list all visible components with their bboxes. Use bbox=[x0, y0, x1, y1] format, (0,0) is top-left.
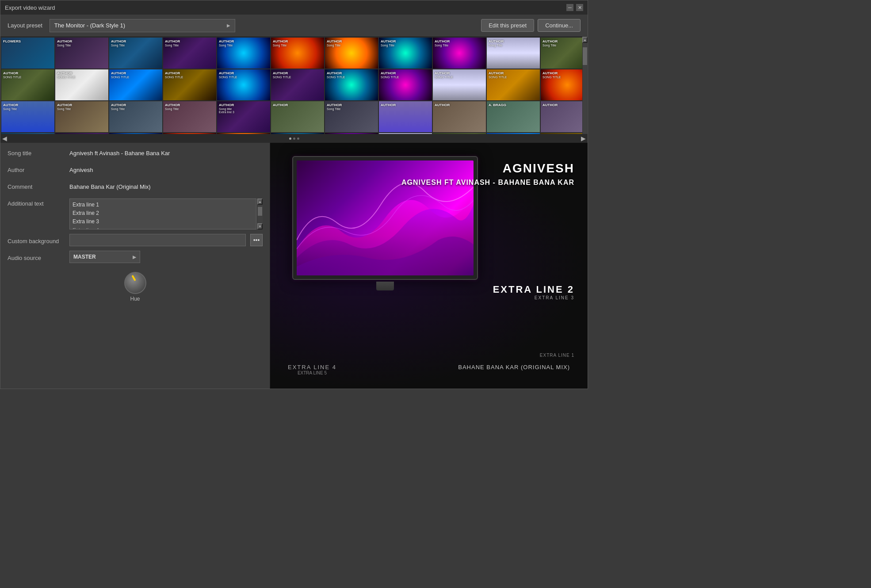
custom-bg-label: Custom background bbox=[8, 236, 65, 244]
monitor-stand-base bbox=[376, 282, 394, 290]
author-value: Agnivesh bbox=[69, 165, 263, 173]
header-buttons: Edit this preset Continue... bbox=[481, 19, 581, 32]
chevron-right-icon: ▶ bbox=[227, 23, 230, 28]
preview-bottom-text-overlay: EXTRA LINE 4 EXTRA LINE 5 BAHANE BANA KA… bbox=[270, 364, 588, 375]
hue-knob-indicator bbox=[131, 275, 136, 281]
author-row: Author Agnivesh bbox=[8, 165, 263, 177]
text-scroll-up-button[interactable]: ▲ bbox=[257, 199, 263, 205]
custom-bg-row: Custom background ••• bbox=[8, 234, 263, 246]
thumbnail-row-3: Author Song Title Author Song Title Auth… bbox=[1, 101, 587, 132]
hue-control: Hue bbox=[8, 272, 263, 302]
additional-text-label: Additional text bbox=[8, 199, 65, 207]
minimize-button[interactable]: ─ bbox=[566, 4, 573, 11]
preview-text-overlay: AGNIVESH AGNIVESH FT AVINASH - BAHANE BA… bbox=[401, 160, 574, 187]
audio-source-label: Audio source bbox=[8, 253, 65, 261]
thumbnail-34[interactable]: A. Bragg bbox=[487, 101, 540, 132]
thumbnail-10[interactable]: Author Song Title bbox=[487, 38, 540, 69]
window-title: Export video wizard bbox=[5, 4, 55, 11]
thumbnail-22[interactable]: AUTHOR SONG TITLE bbox=[487, 69, 540, 100]
text-scroll-track bbox=[257, 205, 263, 223]
text-scroll-down-button[interactable]: ▼ bbox=[257, 223, 263, 229]
thumbnail-9[interactable]: Author Song Title bbox=[433, 38, 486, 69]
audio-source-dropdown[interactable]: MASTER ▶ bbox=[69, 251, 140, 263]
song-title-label: Song title bbox=[8, 148, 65, 157]
header-row: Layout preset The Monitor - (Dark Style … bbox=[0, 15, 588, 37]
continue-button[interactable]: Continue... bbox=[538, 19, 581, 32]
nav-dot-1 bbox=[289, 137, 291, 140]
close-button[interactable]: ✕ bbox=[576, 4, 583, 11]
thumbnail-6[interactable]: Author Song Title bbox=[271, 38, 324, 69]
preview-comment-overlay: BAHANE BANA KAR (ORIGINAL MIX) bbox=[458, 364, 570, 375]
thumbnail-15[interactable]: AUTHOR SONG TITLE bbox=[109, 69, 162, 100]
nav-dot-2 bbox=[293, 137, 295, 140]
thumbnail-28[interactable]: Author Song Title bbox=[163, 101, 216, 132]
preview-panel: AGNIVESH AGNIVESH FT AVINASH - BAHANE BA… bbox=[270, 143, 588, 389]
text-scrollbar: ▲ ▼ bbox=[257, 199, 263, 229]
edit-preset-button[interactable]: Edit this preset bbox=[481, 19, 534, 32]
thumbnail-5[interactable]: Author Song Title bbox=[217, 38, 270, 69]
thumbnail-16[interactable]: AUTHOR SONG TITLE bbox=[163, 69, 216, 100]
nav-dot-3 bbox=[297, 137, 299, 140]
thumbnail-23[interactable]: AUTHOR SONG TITLE bbox=[541, 69, 588, 100]
text-scroll-thumb[interactable] bbox=[258, 207, 262, 216]
layout-preset-label: Layout preset bbox=[8, 22, 42, 29]
audio-source-row: Audio source MASTER ▶ bbox=[8, 251, 263, 263]
extra-line-1: Extra line 1 bbox=[73, 201, 253, 209]
thumbnail-4[interactable]: Author Song Title bbox=[163, 38, 216, 69]
thumbnail-31[interactable]: Author Song Title bbox=[325, 101, 378, 132]
preview-author-text: AGNIVESH bbox=[401, 160, 574, 176]
audio-dropdown-arrow-icon: ▶ bbox=[133, 255, 136, 260]
thumbnail-20[interactable]: AUTHOR SONG TITLE bbox=[379, 69, 432, 100]
left-panel: Song title Agnivesh ft Avinash - Bahane … bbox=[0, 143, 270, 389]
title-bar: Export video wizard ─ ✕ bbox=[0, 0, 588, 15]
thumbnail-21[interactable]: AUTHOR SONG TITLE bbox=[433, 69, 486, 100]
additional-text-input[interactable]: Extra line 1 Extra line 2 Extra line 3 E… bbox=[69, 199, 256, 229]
thumbnail-nav: ◀ ▶ bbox=[0, 134, 588, 143]
thumbnail-row-1: Flowers Author Song Title Author Song Ti… bbox=[1, 38, 587, 69]
hue-knob[interactable] bbox=[124, 272, 146, 294]
preview-extra4-overlay: EXTRA LINE 4 EXTRA LINE 5 bbox=[288, 364, 336, 375]
title-bar-buttons: ─ ✕ bbox=[566, 4, 583, 11]
comment-label: Comment bbox=[8, 182, 65, 190]
extra-line-3-preview: EXTRA LINE 3 bbox=[493, 295, 574, 300]
preview-extra2-overlay: EXTRA LINE 2 EXTRA LINE 3 bbox=[493, 284, 574, 300]
main-window: Export video wizard ─ ✕ Layout preset Th… bbox=[0, 0, 588, 389]
thumbnail-19[interactable]: AUTHOR SONG TITLE bbox=[325, 69, 378, 100]
extra-line-1-preview: EXTRA LINE 1 bbox=[540, 353, 574, 358]
thumbnail-30[interactable]: Author bbox=[271, 101, 324, 132]
thumbnail-35[interactable]: Author bbox=[541, 101, 588, 132]
scroll-thumb[interactable] bbox=[583, 47, 587, 65]
thumbnail-18[interactable]: AUTHOR SONG TITLE bbox=[271, 69, 324, 100]
thumbnail-13[interactable]: AUTHOR SONG TITLE bbox=[1, 69, 54, 100]
audio-source-value: MASTER bbox=[73, 254, 96, 260]
thumbnail-14[interactable]: AUTHOR SONG TITLE bbox=[55, 69, 108, 100]
thumbnail-32[interactable]: Author bbox=[379, 101, 432, 132]
next-page-button[interactable]: ▶ bbox=[581, 135, 586, 142]
thumbnail-3[interactable]: Author Song Title bbox=[109, 38, 162, 69]
author-label: Author bbox=[8, 165, 65, 173]
additional-text-area: Extra line 1 Extra line 2 Extra line 3 E… bbox=[69, 199, 263, 229]
thumbnail-1[interactable]: Flowers bbox=[1, 38, 54, 69]
thumbnail-7[interactable]: Author Song Title bbox=[325, 38, 378, 69]
prev-page-button[interactable]: ◀ bbox=[2, 135, 7, 142]
thumbnail-8[interactable]: Author Song Title bbox=[379, 38, 432, 69]
hue-label: Hue bbox=[130, 296, 140, 302]
thumbnail-25[interactable]: Author Song Title bbox=[1, 101, 54, 132]
preset-dropdown[interactable]: The Monitor - (Dark Style 1) ▶ bbox=[50, 19, 235, 32]
thumbnail-2[interactable]: Author Song Title bbox=[55, 38, 108, 69]
thumbnail-area: Flowers Author Song Title Author Song Ti… bbox=[0, 37, 588, 143]
thumbnail-33[interactable]: Author bbox=[433, 101, 486, 132]
thumbnail-11[interactable]: Author Song Title bbox=[541, 38, 588, 69]
song-title-row: Song title Agnivesh ft Avinash - Bahane … bbox=[8, 148, 263, 160]
custom-bg-field[interactable] bbox=[69, 234, 246, 246]
thumbnail-29[interactable]: AUTHOR Song titleExtra line 3 bbox=[217, 101, 270, 132]
thumbnail-scrollbar: ▲ ▼ bbox=[582, 37, 588, 143]
custom-bg-browse-button[interactable]: ••• bbox=[250, 234, 263, 246]
content-area: Song title Agnivesh ft Avinash - Bahane … bbox=[0, 143, 588, 389]
preview-extra1-overlay: EXTRA LINE 1 bbox=[540, 353, 574, 358]
extra-line-2: Extra line 2 bbox=[73, 209, 253, 218]
thumbnail-26[interactable]: Author Song Title bbox=[55, 101, 108, 132]
thumbnail-17[interactable]: AUTHOR SONG TITLE bbox=[217, 69, 270, 100]
thumbnail-27[interactable]: Author Song Title bbox=[109, 101, 162, 132]
scroll-up-button[interactable]: ▲ bbox=[582, 37, 588, 43]
